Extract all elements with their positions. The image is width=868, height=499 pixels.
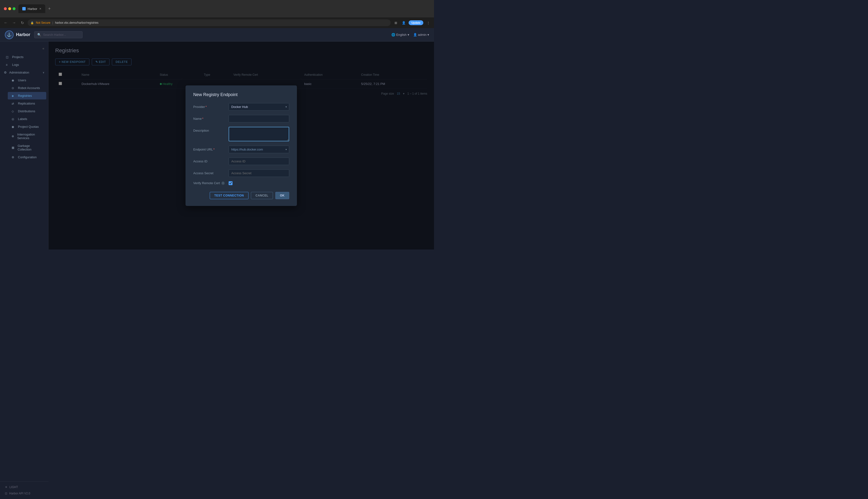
projects-icon: ◫: [6, 56, 10, 59]
sidebar-collapse-button[interactable]: «: [0, 46, 48, 51]
active-tab[interactable]: Harbor ✕: [19, 4, 45, 13]
language-selector[interactable]: 🌐 English ▾: [391, 33, 409, 37]
address-bar: ← → ↻ 🔒 Not Secure | harbor.vbc.demo/har…: [0, 17, 434, 28]
sidebar-item-interrogation-services[interactable]: ⊕ Interrogation Services: [8, 131, 46, 142]
maximize-window-button[interactable]: [13, 7, 15, 10]
logo-area: ⚓ Harbor: [5, 31, 30, 39]
provider-label: Provider*: [193, 103, 225, 109]
modal-overlay: New Registry Endpoint Provider* Docker H…: [48, 41, 434, 250]
tab-title: Harbor: [28, 7, 37, 11]
search-icon: 🔍: [37, 33, 41, 37]
globe-icon: 🌐: [391, 33, 395, 37]
search-placeholder: Search Harbor...: [43, 33, 66, 37]
sidebar-item-users[interactable]: ◉ Users: [8, 76, 46, 84]
back-button[interactable]: ←: [3, 20, 9, 26]
access-secret-input[interactable]: [229, 169, 289, 177]
sidebar-item-robot-accounts-label: Robot Accounts: [18, 86, 40, 90]
menu-button[interactable]: ⋮: [425, 20, 431, 26]
access-id-field-row: Access ID: [193, 158, 289, 165]
modal-footer: TEST CONNECTION CANCEL OK: [193, 192, 289, 199]
info-icon[interactable]: i: [221, 182, 225, 185]
nav-right: 🌐 English ▾ 👤 admin ▾: [391, 33, 429, 37]
sidebar-item-project-quotas-label: Project Quotas: [18, 125, 39, 129]
tab-bar: Harbor ✕ +: [19, 4, 430, 13]
sidebar-item-replications[interactable]: ⇄ Replications: [8, 100, 46, 107]
sidebar-item-projects-label: Projects: [12, 55, 24, 59]
description-field-row: Description: [193, 127, 289, 141]
ok-button[interactable]: OK: [275, 192, 289, 199]
language-caret-icon: ▾: [408, 33, 409, 37]
endpoint-url-wrapper: https://hub.docker.com ▾: [229, 146, 289, 153]
sidebar-admin-group: ◉ Users ⊙ Robot Accounts ◈ Registries ⇄ …: [0, 76, 48, 161]
app: ⚓ Harbor 🔍 Search Harbor... 🌐 English ▾ …: [0, 28, 434, 250]
test-connection-button[interactable]: TEST CONNECTION: [210, 192, 249, 199]
endpoint-url-field-row: Endpoint URL* https://hub.docker.com ▾: [193, 146, 289, 153]
reload-button[interactable]: ↻: [19, 20, 25, 26]
labels-icon: ◎: [12, 117, 15, 121]
forward-button[interactable]: →: [11, 20, 17, 26]
name-input[interactable]: [229, 115, 289, 122]
sidebar-item-garbage-collection[interactable]: ▦ Garbage Collection: [8, 142, 46, 153]
replications-icon: ⇄: [12, 102, 15, 105]
sidebar-item-labels[interactable]: ◎ Labels: [8, 115, 46, 123]
tab-close-button[interactable]: ✕: [39, 7, 41, 10]
provider-select-wrapper: Docker Hub ▾: [229, 103, 289, 111]
access-id-input[interactable]: [229, 158, 289, 165]
name-label: Name*: [193, 115, 225, 121]
close-window-button[interactable]: [4, 7, 7, 10]
sidebar-item-labels-label: Labels: [18, 117, 27, 121]
sidebar-item-registries[interactable]: ◈ Registries: [8, 92, 46, 99]
address-url: harbor.vbc.demo/harbor/registries: [55, 21, 98, 24]
sidebar-item-configuration[interactable]: ⚙ Configuration: [8, 154, 46, 161]
provider-select[interactable]: Docker Hub: [229, 103, 289, 111]
top-nav: ⚓ Harbor 🔍 Search Harbor... 🌐 English ▾ …: [0, 28, 434, 41]
verify-cert-checkbox[interactable]: [229, 181, 233, 185]
modal-title: New Registry Endpoint: [193, 92, 289, 97]
registries-icon: ◈: [12, 94, 15, 98]
browser-actions: ⊞ 👤 Update ⋮: [393, 20, 431, 26]
project-quotas-icon: ◉: [12, 125, 15, 129]
access-secret-label: Access Secret: [193, 169, 225, 175]
endpoint-url-select[interactable]: https://hub.docker.com: [229, 146, 289, 153]
sidebar-item-logs-label: Logs: [12, 63, 19, 66]
sidebar: « ◫ Projects ≡ Logs ⚙ Administration ∨ ◉…: [0, 41, 48, 250]
sidebar-item-robot-accounts[interactable]: ⊙ Robot Accounts: [8, 84, 46, 92]
user-menu[interactable]: 👤 admin ▾: [413, 33, 429, 37]
administration-caret-icon: ∨: [43, 71, 44, 74]
traffic-lights: [4, 7, 15, 10]
extensions-button[interactable]: ⊞: [393, 20, 399, 26]
distributions-icon: ◇: [12, 110, 15, 113]
user-icon: 👤: [413, 33, 417, 37]
sidebar-item-projects[interactable]: ◫ Projects: [2, 53, 46, 61]
access-id-label: Access ID: [193, 158, 225, 163]
user-label: admin: [418, 33, 427, 37]
new-tab-button[interactable]: +: [47, 6, 52, 11]
browser-chrome: Harbor ✕ +: [0, 0, 434, 17]
sidebar-item-administration[interactable]: ⚙ Administration ∨: [0, 69, 48, 76]
sidebar-item-distributions[interactable]: ◇ Distributions: [8, 108, 46, 115]
verify-cert-row: Verify Remote Cert i: [193, 181, 289, 185]
sidebar-item-project-quotas[interactable]: ◉ Project Quotas: [8, 123, 46, 131]
sidebar-item-administration-label: Administration: [9, 71, 29, 74]
page-area: Registries + NEW ENDPOINT ✎ EDIT DELETE …: [48, 41, 434, 250]
lock-icon: 🔒: [31, 21, 34, 24]
cancel-button[interactable]: CANCEL: [251, 192, 273, 199]
description-textarea[interactable]: [229, 127, 289, 141]
name-field-row: Name*: [193, 115, 289, 122]
sidebar-item-logs[interactable]: ≡ Logs: [2, 61, 46, 69]
address-box[interactable]: 🔒 Not Secure | harbor.vbc.demo/harbor/re…: [28, 19, 391, 26]
sidebar-item-replications-label: Replications: [18, 102, 35, 105]
access-secret-field-row: Access Secret: [193, 169, 289, 177]
sidebar-item-registries-label: Registries: [18, 94, 32, 98]
garbage-collection-icon: ▦: [12, 146, 15, 149]
minimize-window-button[interactable]: [8, 7, 11, 10]
not-secure-label: Not Secure: [36, 21, 50, 24]
language-label: English: [396, 33, 407, 37]
new-registry-modal: New Registry Endpoint Provider* Docker H…: [186, 85, 297, 206]
sidebar-item-interrogation-services-label: Interrogation Services: [17, 133, 43, 140]
profile-button[interactable]: 👤: [401, 20, 407, 26]
search-box[interactable]: 🔍 Search Harbor...: [34, 31, 83, 38]
update-button[interactable]: Update: [408, 20, 423, 25]
logs-icon: ≡: [6, 63, 10, 66]
user-caret-icon: ▾: [427, 33, 429, 37]
